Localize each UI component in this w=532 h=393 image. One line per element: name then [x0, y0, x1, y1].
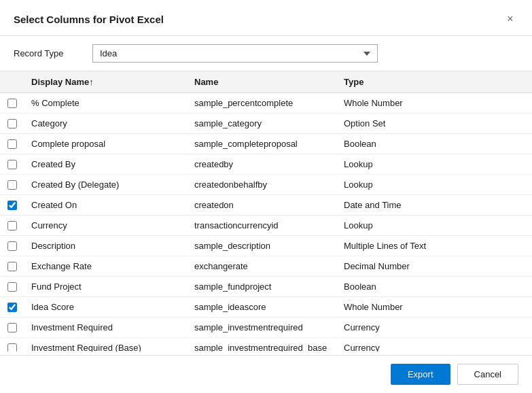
table-row: % Completesample_percentcompleteWhole Nu…: [0, 93, 532, 114]
row-display-name: Currency: [24, 217, 188, 234]
row-checkbox-5[interactable]: [7, 201, 17, 210]
row-name: sample_ideascore: [188, 298, 337, 315]
row-type: Currency: [337, 319, 532, 336]
cancel-button[interactable]: Cancel: [457, 364, 518, 385]
row-name: sample_investmentrequired: [188, 319, 337, 336]
row-name: transactioncurrencyid: [188, 217, 337, 234]
table-row: Idea Scoresample_ideascoreWhole Number: [0, 297, 532, 318]
row-name: sample_fundproject: [188, 278, 337, 295]
row-display-name: % Complete: [24, 95, 188, 112]
row-checkbox-6[interactable]: [7, 221, 17, 230]
col-header-display-name: Display Name↑: [24, 71, 188, 92]
record-type-select[interactable]: Idea: [92, 44, 378, 63]
row-checkbox-2[interactable]: [7, 139, 17, 149]
table-row: Investment Required (Base)sample_investm…: [0, 338, 532, 352]
table-row: CurrencytransactioncurrencyidLookup: [0, 216, 532, 236]
row-name: exchangerate: [188, 258, 337, 275]
col-header-type: Type: [337, 71, 532, 92]
row-display-name: Created On: [24, 196, 188, 213]
row-type: Option Set: [337, 115, 532, 132]
row-name: createdon: [188, 196, 337, 213]
col-header-checkbox: [0, 71, 24, 92]
row-name: sample_description: [188, 237, 337, 254]
row-type: Lookup: [337, 217, 532, 234]
row-checkbox-11[interactable]: [7, 323, 17, 332]
table-row: Exchange RateexchangerateDecimal Number: [0, 256, 532, 277]
row-type: Lookup: [337, 176, 532, 193]
row-display-name: Idea Score: [24, 298, 188, 315]
table-row: Created By (Delegate)createdonbehalfbyLo…: [0, 175, 532, 195]
record-type-label: Record Type: [14, 48, 82, 58]
table-row: Created BycreatedbyLookup: [0, 154, 532, 175]
row-checkbox-0[interactable]: [7, 99, 17, 108]
dialog: Select Columns for Pivot Excel × Record …: [0, 0, 532, 393]
row-type: Lookup: [337, 156, 532, 173]
row-type: Whole Number: [337, 95, 532, 112]
table-row: Categorysample_categoryOption Set: [0, 114, 532, 134]
row-display-name: Complete proposal: [24, 135, 188, 152]
row-type: Boolean: [337, 135, 532, 152]
row-checkbox-12[interactable]: [7, 343, 17, 352]
row-type: Multiple Lines of Text: [337, 237, 532, 254]
row-name: createdby: [188, 156, 337, 173]
table-row: Descriptionsample_descriptionMultiple Li…: [0, 236, 532, 256]
row-type: Whole Number: [337, 298, 532, 315]
table-header: Display Name↑ Name Type: [0, 71, 532, 93]
row-display-name: Created By (Delegate): [24, 176, 188, 193]
row-type: Boolean: [337, 278, 532, 295]
row-display-name: Created By: [24, 156, 188, 173]
row-display-name: Description: [24, 237, 188, 254]
row-checkbox-10[interactable]: [7, 303, 17, 312]
row-checkbox-4[interactable]: [7, 180, 17, 190]
table-row: Investment Requiredsample_investmentrequ…: [0, 318, 532, 338]
row-display-name: Investment Required (Base): [24, 339, 188, 352]
row-name: createdonbehalfby: [188, 176, 337, 193]
row-checkbox-3[interactable]: [7, 160, 17, 169]
row-name: sample_completeproposal: [188, 135, 337, 152]
row-display-name: Exchange Rate: [24, 258, 188, 275]
row-type: Currency: [337, 339, 532, 352]
row-name: sample_category: [188, 115, 337, 132]
table-row: Fund Projectsample_fundprojectBoolean: [0, 277, 532, 297]
close-button[interactable]: ×: [502, 11, 518, 27]
dialog-title: Select Columns for Pivot Excel: [14, 14, 164, 25]
row-name: sample_percentcomplete: [188, 95, 337, 112]
row-checkbox-1[interactable]: [7, 119, 17, 129]
table-scroll[interactable]: % Completesample_percentcompleteWhole Nu…: [0, 93, 532, 352]
dialog-header: Select Columns for Pivot Excel ×: [0, 0, 532, 36]
row-display-name: Investment Required: [24, 319, 188, 336]
table-row: Complete proposalsample_completeproposal…: [0, 134, 532, 154]
table-row: Created OncreatedonDate and Time: [0, 195, 532, 216]
table-container: Display Name↑ Name Type % Completesample…: [0, 71, 532, 355]
row-display-name: Fund Project: [24, 278, 188, 295]
row-checkbox-9[interactable]: [7, 282, 17, 292]
col-header-name: Name: [188, 71, 337, 92]
record-type-row: Record Type Idea: [0, 36, 532, 71]
row-display-name: Category: [24, 115, 188, 132]
row-type: Decimal Number: [337, 258, 532, 275]
row-name: sample_investmentrequired_base: [188, 339, 337, 352]
row-checkbox-7[interactable]: [7, 241, 17, 251]
row-type: Date and Time: [337, 196, 532, 213]
row-checkbox-8[interactable]: [7, 262, 17, 271]
export-button[interactable]: Export: [391, 364, 450, 385]
dialog-footer: Export Cancel: [0, 355, 532, 393]
